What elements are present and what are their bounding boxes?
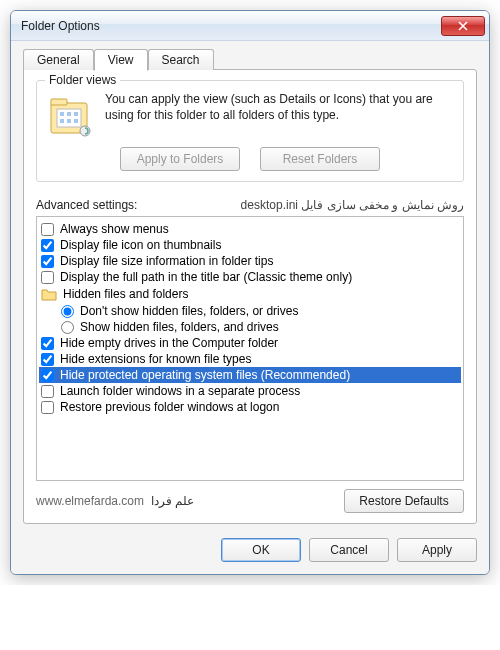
- overlay-annotation: روش نمایش و مخفی سازی فایل desktop.ini: [241, 198, 464, 212]
- group-hidden-files: Hidden files and folders: [39, 285, 461, 303]
- svg-rect-4: [67, 112, 71, 116]
- tab-general[interactable]: General: [23, 49, 94, 70]
- titlebar: Folder Options: [11, 11, 489, 41]
- advanced-settings-label: Advanced settings:: [36, 198, 137, 212]
- close-button[interactable]: [441, 16, 485, 36]
- checkbox[interactable]: [41, 239, 54, 252]
- close-icon: [458, 21, 468, 31]
- checkbox[interactable]: [41, 385, 54, 398]
- advanced-settings-list[interactable]: Always show menus Display file icon on t…: [36, 216, 464, 481]
- svg-rect-6: [60, 119, 64, 123]
- folder-views-legend: Folder views: [45, 73, 120, 87]
- svg-rect-8: [74, 119, 78, 123]
- option-hide-extensions[interactable]: Hide extensions for known file types: [39, 351, 461, 367]
- tab-view[interactable]: View: [94, 49, 148, 71]
- option-display-full-path[interactable]: Display the full path in the title bar (…: [39, 269, 461, 285]
- folder-options-dialog: Folder Options General View Search Folde…: [10, 10, 490, 575]
- cancel-button[interactable]: Cancel: [309, 538, 389, 562]
- svg-rect-3: [60, 112, 64, 116]
- checkbox[interactable]: [41, 271, 54, 284]
- apply-to-folders-button[interactable]: Apply to Folders: [120, 147, 240, 171]
- radio[interactable]: [61, 305, 74, 318]
- checkbox[interactable]: [41, 223, 54, 236]
- tab-panel-view: Folder views You can apply the view (suc…: [23, 69, 477, 524]
- option-display-file-size[interactable]: Display file size information in folder …: [39, 253, 461, 269]
- option-display-file-icon[interactable]: Display file icon on thumbnails: [39, 237, 461, 253]
- checkbox[interactable]: [41, 255, 54, 268]
- checkbox[interactable]: [41, 401, 54, 414]
- folder-views-group: Folder views You can apply the view (suc…: [36, 80, 464, 182]
- window-title: Folder Options: [21, 19, 100, 33]
- option-restore-previous[interactable]: Restore previous folder windows at logon: [39, 399, 461, 415]
- option-always-show-menus[interactable]: Always show menus: [39, 221, 461, 237]
- restore-defaults-button[interactable]: Restore Defaults: [344, 489, 464, 513]
- dialog-buttons: OK Cancel Apply: [23, 538, 477, 562]
- option-hide-protected[interactable]: Hide protected operating system files (R…: [39, 367, 461, 383]
- svg-rect-7: [67, 119, 71, 123]
- option-hide-empty-drives[interactable]: Hide empty drives in the Computer folder: [39, 335, 461, 351]
- radio[interactable]: [61, 321, 74, 334]
- option-dont-show-hidden[interactable]: Don't show hidden files, folders, or dri…: [39, 303, 461, 319]
- watermark: www.elmefarda.com علم فردا: [36, 494, 194, 508]
- folder-views-description: You can apply the view (such as Details …: [105, 91, 453, 123]
- checkbox[interactable]: [41, 369, 54, 382]
- option-launch-separate[interactable]: Launch folder windows in a separate proc…: [39, 383, 461, 399]
- folder-icon: [41, 286, 57, 302]
- option-show-hidden[interactable]: Show hidden files, folders, and drives: [39, 319, 461, 335]
- svg-rect-1: [51, 99, 67, 105]
- tab-search[interactable]: Search: [148, 49, 214, 70]
- dialog-body: General View Search Folder views: [11, 41, 489, 574]
- checkbox[interactable]: [41, 353, 54, 366]
- svg-rect-5: [74, 112, 78, 116]
- apply-button[interactable]: Apply: [397, 538, 477, 562]
- reset-folders-button[interactable]: Reset Folders: [260, 147, 380, 171]
- folder-views-icon: [47, 91, 95, 139]
- tab-strip: General View Search: [23, 49, 477, 70]
- svg-rect-2: [57, 109, 81, 127]
- ok-button[interactable]: OK: [221, 538, 301, 562]
- checkbox[interactable]: [41, 337, 54, 350]
